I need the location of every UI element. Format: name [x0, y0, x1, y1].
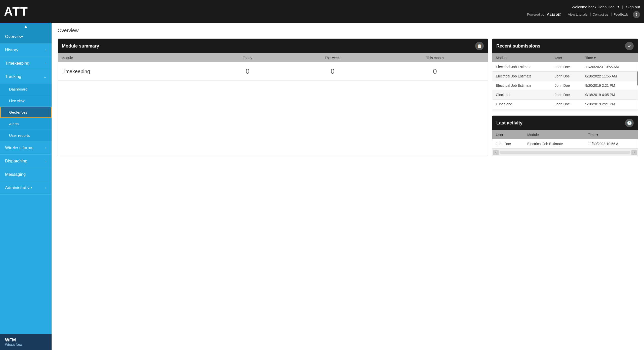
- col-module: Module: [524, 130, 584, 139]
- table-row: John Doe Electrical Job Estimate 11/30/2…: [492, 139, 638, 149]
- scroll-left-button[interactable]: ‹: [493, 150, 499, 155]
- sidebar-item-alerts[interactable]: Alerts: [0, 118, 52, 130]
- sidebar-item-wireless-forms[interactable]: Wireless forms ›: [0, 141, 52, 155]
- main-layout: ▲ Overview History › Timekeeping › Track…: [0, 23, 644, 350]
- sidebar-item-geofences[interactable]: Geofences: [0, 107, 52, 118]
- sort-icon: ▾: [596, 133, 598, 137]
- cell-module: Electrical Job Estimate: [492, 62, 551, 72]
- wfm-title: WFM: [5, 337, 47, 343]
- sidebar-footer: WFM What's New: [0, 334, 52, 350]
- chevron-right-icon: ›: [45, 48, 47, 52]
- chevron-right-icon: ›: [45, 159, 47, 163]
- feedback-link[interactable]: Feedback: [611, 13, 630, 16]
- sidebar-item-label: Timekeeping: [5, 61, 29, 66]
- module-summary-card: Module summary 📋 Module Today This week …: [58, 38, 488, 156]
- powered-by-text: Powered by: [527, 13, 544, 16]
- col-time[interactable]: Time ▾: [584, 130, 638, 139]
- right-panels: Recent submissions ✔ ◀ Show: [492, 38, 638, 156]
- sidebar-item-timekeeping[interactable]: Timekeeping ›: [0, 57, 52, 70]
- cell-module: Clock out: [492, 90, 551, 100]
- help-button[interactable]: ?: [633, 11, 640, 18]
- col-time[interactable]: Time ▾: [582, 53, 638, 62]
- module-summary-card-header: Module summary 📋: [58, 39, 488, 53]
- col-module: Module: [492, 53, 551, 62]
- sidebar-item-label: Administrative: [5, 185, 32, 190]
- collapse-panel-button[interactable]: ◀: [637, 71, 638, 85]
- cell-user: John Doe: [551, 72, 582, 81]
- table-row: Lunch end John Doe 9/18/2019 2:21 PM: [492, 100, 638, 109]
- cell-this-month: 0: [382, 62, 488, 81]
- content-area: Overview Module summary 📋 Module Today T…: [52, 23, 644, 350]
- page-title: Overview: [58, 28, 638, 33]
- module-summary-title: Module summary: [62, 43, 99, 49]
- table-row: Timekeeping 0 0 0: [58, 62, 488, 81]
- col-today: Today: [212, 53, 283, 62]
- chevron-right-icon: ›: [45, 61, 47, 65]
- sidebar-item-tracking[interactable]: Tracking ⌄: [0, 70, 52, 83]
- whats-new-link[interactable]: What's New: [5, 343, 47, 346]
- scroll-up-button[interactable]: ▲: [0, 23, 52, 30]
- chevron-right-icon: ›: [45, 186, 47, 190]
- welcome-text: Welcome back, John Doe: [572, 5, 615, 9]
- recent-submissions-table: Module User Time ▾ Electrical Job Estima…: [492, 53, 638, 111]
- cell-user: John Doe: [551, 81, 582, 90]
- chevron-right-icon: ›: [45, 146, 47, 150]
- sidebar-item-live-view[interactable]: Live view: [0, 95, 52, 107]
- sidebar-item-label: Overview: [5, 34, 23, 39]
- cell-time: 11/30/2023 10:56 A: [584, 139, 638, 149]
- cell-time: 9/18/2019 2:21 PM: [582, 100, 638, 109]
- sign-out-link[interactable]: Sign out: [626, 5, 640, 9]
- cell-module: Lunch start: [492, 109, 551, 111]
- last-activity-card: Last activity 🕐 User Module Time ▾: [492, 115, 638, 156]
- table-row: Electrical Job Estimate John Doe 11/30/2…: [492, 62, 638, 72]
- app-logo: ATT: [4, 5, 28, 18]
- cell-time: 8/18/2022 11:55 AM: [582, 72, 638, 81]
- cell-module: Electrical Job Estimate: [492, 72, 551, 81]
- scroll-track[interactable]: [500, 151, 631, 154]
- checkmark-icon[interactable]: ✔: [625, 42, 634, 50]
- module-summary-table: Module Today This week This month Timeke…: [58, 53, 488, 81]
- cell-module: Lunch end: [492, 100, 551, 109]
- header-bottom-row: Powered by Actsoft View tutorials Contac…: [527, 11, 640, 18]
- sidebar-item-administrative[interactable]: Administrative ›: [0, 181, 52, 195]
- col-this-month: This month: [382, 53, 488, 62]
- sidebar-item-dashboard[interactable]: Dashboard: [0, 83, 52, 95]
- sidebar-item-label: History: [5, 48, 18, 53]
- recent-submissions-table-scroll[interactable]: Module User Time ▾ Electrical Job Estima…: [492, 53, 638, 111]
- cell-module: Timekeeping: [58, 62, 212, 81]
- contact-us-link[interactable]: Contact us: [590, 13, 610, 16]
- recent-submissions-title: Recent submissions: [496, 43, 540, 49]
- col-user: User: [492, 130, 524, 139]
- cell-user: John Doe: [551, 62, 582, 72]
- sidebar-item-user-reports[interactable]: User reports: [0, 130, 52, 141]
- col-user: User: [551, 53, 582, 62]
- sidebar-item-label: Tracking: [5, 74, 21, 79]
- horizontal-scrollbar[interactable]: ‹ ›: [492, 149, 638, 156]
- table-row: Electrical Job Estimate John Doe 8/18/20…: [492, 72, 638, 81]
- view-tutorials-link[interactable]: View tutorials: [566, 13, 589, 16]
- welcome-dropdown-icon[interactable]: ▾: [618, 5, 619, 9]
- top-header: ATT Welcome back, John Doe ▾ | Sign out …: [0, 0, 644, 23]
- sidebar-item-dispatching[interactable]: Dispatching ›: [0, 155, 52, 168]
- sidebar-item-overview[interactable]: Overview: [0, 30, 52, 43]
- cell-this-week: 0: [283, 62, 382, 81]
- clipboard-icon[interactable]: 📋: [475, 42, 484, 50]
- cards-row: Module summary 📋 Module Today This week …: [58, 38, 638, 156]
- scroll-right-button[interactable]: ›: [631, 150, 637, 155]
- cell-user: John Doe: [551, 100, 582, 109]
- col-this-week: This week: [283, 53, 382, 62]
- header-right: Welcome back, John Doe ▾ | Sign out Powe…: [527, 5, 640, 18]
- clock-icon[interactable]: 🕐: [625, 119, 634, 127]
- cell-module: Electrical Job Estimate: [492, 81, 551, 90]
- table-row: Clock out John Doe 9/18/2019 4:05 PM: [492, 90, 638, 100]
- sidebar-item-messaging[interactable]: Messaging: [0, 168, 52, 181]
- sidebar-item-label: Wireless forms: [5, 145, 33, 150]
- cell-time: 11/30/2023 10:56 AM: [582, 62, 638, 72]
- sidebar-item-label: User reports: [9, 133, 30, 138]
- cell-user: John Doe: [551, 109, 582, 111]
- cell-user: John Doe: [492, 139, 524, 149]
- sidebar-item-history[interactable]: History ›: [0, 43, 52, 57]
- table-row: Electrical Job Estimate John Doe 9/20/20…: [492, 81, 638, 90]
- cell-today: 0: [212, 62, 283, 81]
- sidebar-item-label: Messaging: [5, 172, 26, 177]
